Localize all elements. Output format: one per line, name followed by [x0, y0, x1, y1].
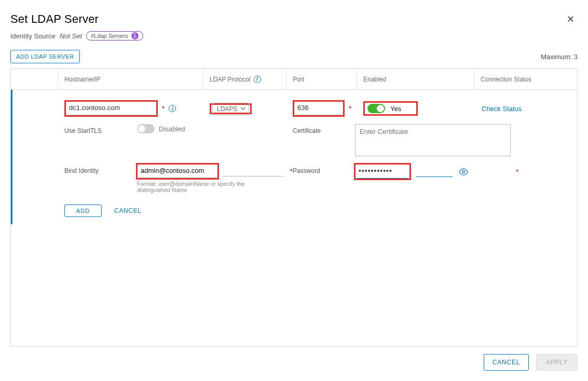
dialog-footer: CANCEL APPLY	[10, 354, 578, 371]
server-row-extra1: Use StartTLS Disabled Certificate	[18, 124, 572, 158]
apply-button: APPLY	[536, 354, 578, 371]
highlight-enabled: Yes	[364, 102, 417, 115]
server-row-extra2: Bind Identity * Format: user@domainName …	[18, 164, 572, 193]
required-hostname: *	[162, 104, 165, 113]
starttls-toggle[interactable]	[137, 124, 155, 133]
bind-identity-label: Bind Identity	[64, 164, 137, 174]
ldap-servers-tag[interactable]: #Ldap Servers 1	[86, 31, 143, 40]
hostname-input[interactable]	[67, 102, 155, 115]
table-body: * i LDAPS	[11, 90, 577, 346]
starttls-label: Use StartTLS	[64, 124, 137, 134]
status-cell: Check Status	[481, 105, 572, 113]
col-status: Connection Status	[474, 69, 577, 89]
required-port: *	[349, 104, 351, 113]
identity-source-value: Not Set	[60, 32, 82, 40]
protocol-select[interactable]: LDAPS	[212, 103, 249, 115]
check-status-link[interactable]: Check Status	[482, 105, 522, 113]
enabled-cell: Yes	[363, 102, 481, 115]
ldap-dialog: Set LDAP Server Identity Source Not Set …	[0, 0, 588, 381]
bind-identity-hint: Format: user@domainName or specify the d…	[137, 181, 272, 193]
highlight-port	[294, 101, 344, 116]
server-row-main: * i LDAPS	[18, 99, 572, 118]
maximum-label: Maximum: 3	[541, 53, 578, 61]
password-label: Password	[293, 164, 355, 174]
port-cell: *	[293, 101, 363, 116]
ldap-servers-tag-count: 1	[131, 32, 139, 39]
cancel-button[interactable]: CANCEL	[484, 354, 529, 371]
info-icon[interactable]: i	[254, 76, 261, 83]
col-hostname: Hostname/IP	[58, 69, 203, 89]
info-icon[interactable]: i	[169, 105, 176, 112]
highlight-hostname	[65, 101, 157, 116]
dialog-title: Set LDAP Server	[10, 12, 143, 26]
table-header: Hostname/IP LDAP Protocol i Port Enabled…	[11, 69, 577, 90]
port-input[interactable]	[295, 102, 342, 115]
row-actions: ADD CANCEL	[64, 205, 572, 217]
svg-point-0	[462, 170, 465, 173]
protocol-cell: LDAPS	[210, 104, 293, 113]
add-ldap-server-button[interactable]: ADD LDAP SERVER	[10, 50, 80, 63]
identity-source-label: Identity Source	[10, 32, 56, 40]
bind-identity-input[interactable]	[139, 165, 216, 178]
certificate-input[interactable]	[355, 124, 511, 156]
identity-source-line: Identity Source Not Set #Ldap Servers 1	[10, 31, 143, 40]
starttls-state: Disabled	[159, 125, 185, 133]
eye-icon[interactable]	[459, 168, 468, 175]
col-enabled: Enabled	[357, 69, 474, 89]
close-icon[interactable]: ✕	[564, 12, 578, 26]
highlight-bind	[137, 164, 218, 179]
cancel-row-link[interactable]: CANCEL	[114, 207, 141, 214]
required-password: *	[516, 168, 518, 176]
servers-table: Hostname/IP LDAP Protocol i Port Enabled…	[10, 69, 578, 347]
enabled-toggle[interactable]	[367, 104, 385, 113]
highlight-password	[355, 164, 410, 179]
highlight-protocol: LDAPS	[211, 104, 251, 113]
password-input[interactable]	[357, 165, 408, 179]
col-protocol-label: LDAP Protocol	[210, 76, 251, 83]
col-port: Port	[286, 69, 357, 89]
protocol-value: LDAPS	[217, 105, 237, 113]
toolbar: ADD LDAP SERVER Maximum: 3	[10, 50, 578, 63]
enabled-text: Yes	[390, 105, 401, 113]
add-button[interactable]: ADD	[64, 205, 102, 217]
certificate-label: Certificate	[293, 124, 355, 134]
chevron-down-icon	[240, 105, 245, 113]
server-row: * i LDAPS	[11, 90, 577, 224]
col-protocol: LDAP Protocol i	[203, 69, 286, 89]
dialog-header: Set LDAP Server Identity Source Not Set …	[10, 12, 578, 40]
hostname-cell: * i	[64, 101, 210, 116]
ldap-servers-tag-label: #Ldap Servers	[91, 33, 128, 39]
